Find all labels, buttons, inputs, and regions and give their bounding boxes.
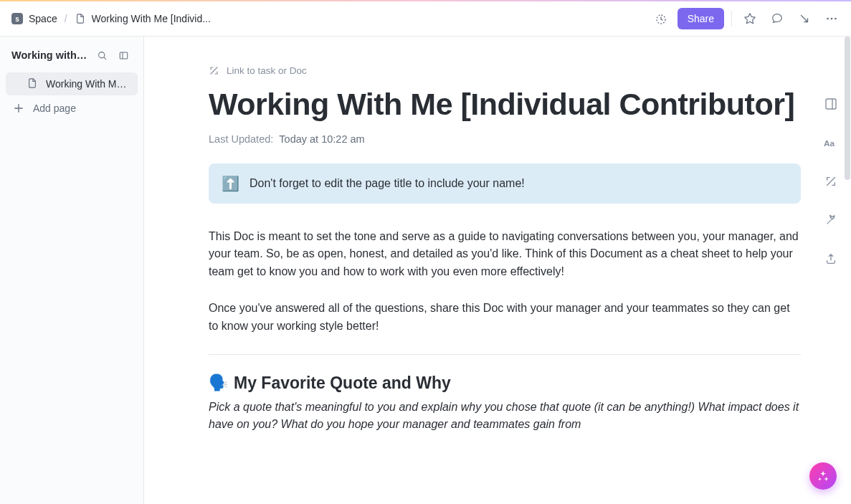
callout-text: Don't forget to edit the page title to i…	[249, 177, 525, 190]
export-icon[interactable]	[821, 249, 841, 269]
breadcrumb-doc[interactable]: Working With Me [Individ...	[75, 13, 211, 24]
timer-icon[interactable]	[650, 8, 672, 29]
panel-toggle-icon[interactable]	[115, 47, 132, 64]
intro-paragraph-1[interactable]: This Doc is meant to set the tone and se…	[209, 228, 801, 281]
section-description[interactable]: Pick a quote that's meaningful to you an…	[209, 399, 801, 434]
speaking-head-emoji-icon: 🗣️	[209, 374, 228, 392]
up-arrow-emoji-icon: ⬆️	[222, 175, 239, 192]
last-updated: Last Updated: Today at 10:22 am	[209, 133, 801, 145]
sidebar-title: Working with Me...	[11, 49, 89, 61]
link-to-task-label: Link to task or Doc	[227, 65, 307, 76]
document-body: Link to task or Doc Working With Me [Ind…	[144, 37, 851, 434]
ai-fab-button[interactable]	[809, 462, 837, 490]
comment-icon[interactable]	[766, 8, 788, 29]
breadcrumb: s Space / Working With Me [Individ...	[11, 13, 642, 24]
typography-icon[interactable]: Aa	[821, 133, 841, 153]
breadcrumb-space[interactable]: s Space	[11, 13, 57, 24]
more-icon[interactable]	[821, 8, 842, 29]
document-icon	[75, 13, 86, 24]
main-content: Aa Link to task or Doc Working With Me […	[144, 37, 851, 504]
page-title[interactable]: Working With Me [Individual Contributor]	[209, 86, 801, 123]
header-actions: Share	[650, 8, 842, 29]
relationships-icon[interactable]	[821, 171, 841, 191]
intro-paragraph-2[interactable]: Once you've answered all of the question…	[209, 300, 801, 336]
ai-wand-icon[interactable]	[821, 210, 841, 230]
body: Working with Me... Working With Me ... A…	[0, 37, 851, 504]
page-details-icon[interactable]	[821, 94, 841, 114]
breadcrumb-space-label: Space	[29, 13, 57, 24]
star-icon[interactable]	[739, 8, 761, 29]
add-page-label: Add page	[33, 103, 76, 114]
app-header: s Space / Working With Me [Individ... Sh…	[0, 1, 851, 37]
divider	[209, 354, 801, 355]
sidebar-item-doc[interactable]: Working With Me ...	[6, 72, 138, 95]
collapse-icon[interactable]	[794, 8, 815, 29]
scrollbar-thumb[interactable]	[845, 37, 850, 180]
right-rail: Aa	[821, 94, 841, 269]
last-updated-value: Today at 10:22 am	[279, 133, 364, 145]
plus-icon	[13, 103, 24, 114]
last-updated-label: Last Updated:	[209, 133, 273, 145]
space-avatar-icon: s	[11, 13, 23, 24]
callout-block[interactable]: ⬆️ Don't forget to edit the page title t…	[209, 163, 801, 204]
svg-point-2	[831, 18, 833, 20]
sidebar: Working with Me... Working With Me ... A…	[0, 37, 144, 504]
share-button[interactable]: Share	[678, 8, 724, 29]
svg-point-1	[827, 18, 829, 20]
section-heading-quote[interactable]: 🗣️ My Favorite Quote and Why	[209, 374, 801, 393]
divider	[731, 11, 732, 27]
svg-point-4	[98, 52, 104, 57]
sidebar-header: Working with Me...	[6, 44, 138, 72]
search-icon[interactable]	[93, 47, 110, 64]
svg-text:Aa: Aa	[824, 138, 835, 148]
svg-rect-5	[120, 52, 128, 59]
sidebar-item-label: Working With Me ...	[46, 78, 130, 90]
document-icon	[27, 78, 39, 90]
link-to-task-button[interactable]: Link to task or Doc	[209, 65, 801, 76]
breadcrumb-doc-label: Working With Me [Individ...	[92, 13, 211, 24]
section-heading-text: My Favorite Quote and Why	[234, 374, 451, 393]
svg-point-3	[835, 18, 837, 20]
add-page-button[interactable]: Add page	[6, 95, 138, 114]
breadcrumb-separator: /	[65, 13, 67, 24]
svg-rect-6	[826, 99, 836, 109]
